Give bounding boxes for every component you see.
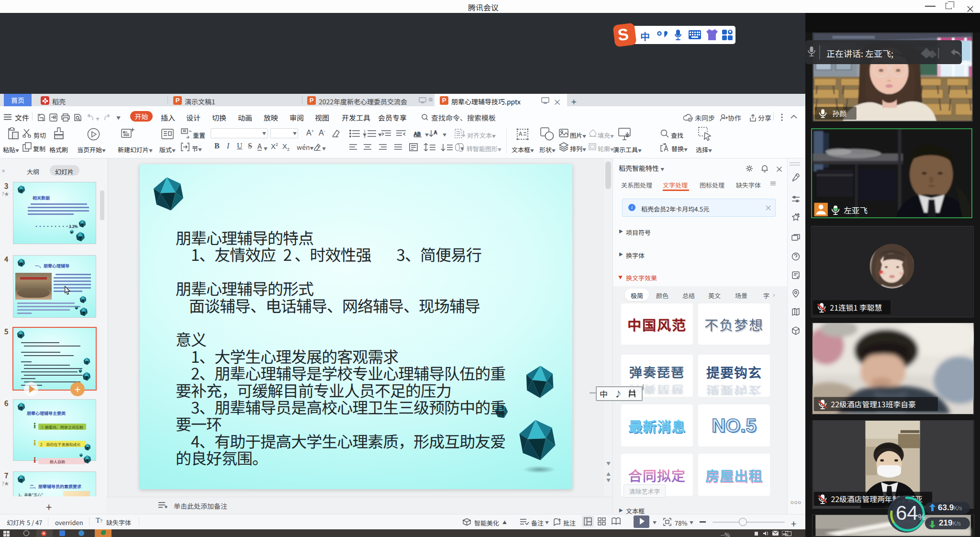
svg-text:22级酒店管理13班李自豪: 22级酒店管理13班李自豪	[831, 399, 916, 410]
svg-text:21连锁1 李聪慧: 21连锁1 李聪慧	[830, 302, 882, 313]
svg-text:孙颜: 孙颜	[832, 108, 846, 118]
svg-text:A: A	[434, 129, 437, 135]
svg-text:AB: AB	[414, 130, 421, 137]
svg-text:左亚飞: 左亚飞	[844, 204, 868, 216]
svg-text:A: A	[519, 129, 523, 137]
